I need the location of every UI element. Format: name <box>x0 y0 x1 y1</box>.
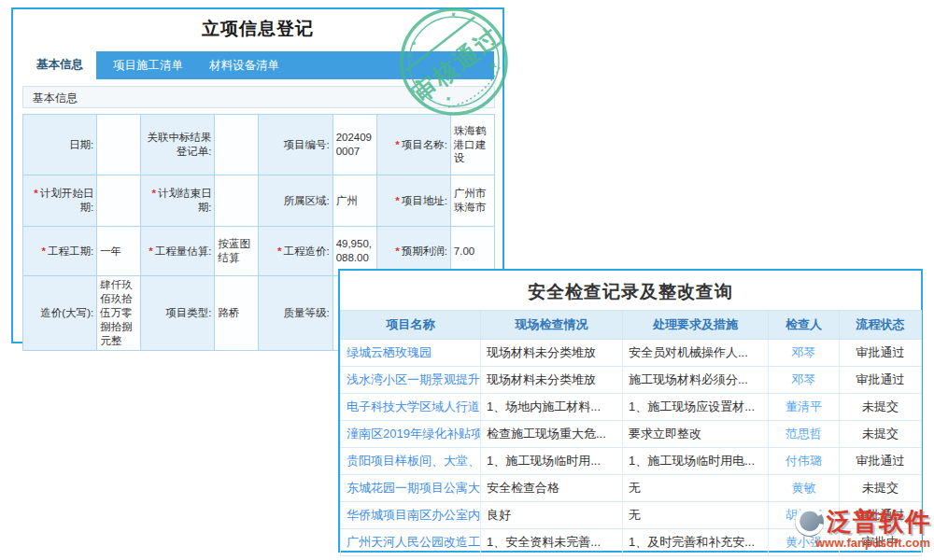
form-field-value[interactable] <box>97 175 141 227</box>
form-field-value[interactable]: 2024090007 <box>333 115 376 175</box>
site-inspection-cell: 良好 <box>481 502 623 529</box>
form-field-label: *项目名称: <box>376 115 450 175</box>
site-inspection-cell: 检查施工现场重大危... <box>481 421 623 448</box>
stamp-star-icon: ✦ <box>409 38 419 49</box>
required-asterisk: * <box>277 245 281 257</box>
form-field-value[interactable] <box>97 115 141 175</box>
table-row: 浅水湾小区一期景观提升现场材料未分类堆放施工现场材料必须分...邓琴审批通过 <box>341 367 922 394</box>
project-name-link[interactable]: 贵阳项目样板间、大堂、 <box>341 448 481 475</box>
form-field-label: 造价(大写): <box>23 276 97 351</box>
project-name-link[interactable]: 华侨城项目南区办公室内 <box>341 502 481 529</box>
site-inspection-cell: 现场材料未分类堆放 <box>481 340 623 367</box>
form-row: *计划开始日期:*计划结束日期:所属区域:广州*项目地址:广州市珠海市 <box>23 175 495 227</box>
required-asterisk: * <box>395 195 399 206</box>
inspector-cell: 黄敏 <box>769 475 840 502</box>
status-badge: 审批通过 <box>840 340 922 367</box>
required-asterisk: * <box>395 245 399 257</box>
project-name-link[interactable]: 浅水湾小区一期景观提升 <box>341 367 481 394</box>
form-field-value[interactable]: 肆仟玖佰玖拾伍万零捌拾捌元整 <box>97 276 141 351</box>
form-field-label: 项目编号: <box>259 115 333 175</box>
inspector-cell: 邓琴 <box>769 367 840 394</box>
table-row: 东城花园一期项目公寓大安全检查合格无黄敏未提交 <box>341 475 922 502</box>
table-row: 贵阳项目样板间、大堂、1、施工现场临时用...1、施工现场临时用电...付伟璐审… <box>341 448 922 475</box>
status-badge: 未提交 <box>840 394 922 421</box>
tab-1[interactable]: 基本信息 <box>23 49 96 79</box>
form-field-label: 所属区域: <box>259 175 333 227</box>
table-header-row: 项目名称现场检查情况处理要求及措施检查人流程状态 <box>341 311 922 340</box>
measures-cell: 要求立即整改 <box>623 421 769 448</box>
project-name-link[interactable]: 潼南区2019年绿化补贴项 <box>341 421 481 448</box>
form-row: 日期:关联中标结果登记单:项目编号:2024090007*项目名称:珠海鹤港口建… <box>23 115 495 175</box>
form-field-label: *计划开始日期: <box>23 175 97 227</box>
inspector-cell: 付伟璐 <box>769 448 840 475</box>
column-header: 处理要求及措施 <box>623 311 769 340</box>
project-name-link[interactable]: 绿城云栖玫瑰园 <box>341 340 481 367</box>
form-field-label: 项目类型: <box>141 276 215 351</box>
measures-cell: 1、施工现场应设置材... <box>623 394 769 421</box>
required-asterisk: * <box>395 139 399 150</box>
vendor-logo-text: 泛普软件 <box>827 505 931 539</box>
project-name-link[interactable]: 广州天河人民公园改造工 <box>341 529 481 556</box>
measures-cell: 1、施工现场临时用电... <box>623 448 769 475</box>
tab-2[interactable]: 项目施工清单 <box>100 51 196 79</box>
site-inspection-cell: 1、安全资料未完善... <box>481 529 623 556</box>
column-header: 检查人 <box>769 311 840 340</box>
form-field-value[interactable]: 路桥 <box>215 276 259 351</box>
form-field-label: *计划结束日期: <box>141 175 215 227</box>
status-badge: 未提交 <box>840 421 922 448</box>
site-inspection-cell: 1、场地内施工材料... <box>481 394 623 421</box>
form-field-value[interactable] <box>215 115 259 175</box>
form-field-label: 关联中标结果登记单: <box>141 115 215 175</box>
required-asterisk: * <box>34 188 37 199</box>
table-row: 绿城云栖玫瑰园现场材料未分类堆放安全员对机械操作人...邓琴审批通过 <box>341 340 922 367</box>
form-field-label: 质量等级: <box>259 276 333 351</box>
project-name-link[interactable]: 东城花园一期项目公寓大 <box>341 475 481 502</box>
table-row: 潼南区2019年绿化补贴项检查施工现场重大危...要求立即整改范思哲未提交 <box>341 421 922 448</box>
status-badge: 审批通过 <box>840 448 922 475</box>
form-field-label: *项目地址: <box>376 175 450 227</box>
status-badge: 未提交 <box>840 475 922 502</box>
form-field-value[interactable] <box>215 175 259 227</box>
measures-cell: 施工现场材料必须分... <box>623 367 769 394</box>
measures-cell: 安全员对机械操作人... <box>623 340 769 367</box>
form-field-label: *工程造价: <box>259 227 333 276</box>
vendor-logo-url: www.fanpusoft.com <box>794 536 930 550</box>
approval-stamp: 审核通过 ★ ✦ ✦ ✦ ★ <box>397 5 511 119</box>
safety-panel-title: 安全检查记录及整改查询 <box>340 271 921 310</box>
measures-cell: 1、及时完善和补充安... <box>623 529 769 556</box>
inspector-cell: 邓琴 <box>769 340 840 367</box>
required-asterisk: * <box>149 245 152 257</box>
measures-cell: 无 <box>623 475 769 502</box>
form-field-label: *工程工期: <box>23 227 97 276</box>
site-inspection-cell: 1、施工现场临时用... <box>481 448 623 475</box>
measures-cell: 无 <box>623 502 769 529</box>
site-inspection-cell: 现场材料未分类堆放 <box>481 367 623 394</box>
form-field-value[interactable]: 按蓝图结算 <box>215 227 259 276</box>
column-header: 现场检查情况 <box>481 311 623 340</box>
form-field-label: 日期: <box>23 115 97 175</box>
column-header: 流程状态 <box>840 311 922 340</box>
required-asterisk: * <box>151 188 155 199</box>
form-field-value[interactable]: 广州 <box>333 175 376 227</box>
stamp-star-icon: ✦ <box>443 93 454 105</box>
site-inspection-cell: 安全检查合格 <box>481 475 623 502</box>
form-field-label: *工程量估算: <box>141 227 215 276</box>
vendor-logo: 泛普软件 www.fanpusoft.com <box>794 505 930 550</box>
form-field-value[interactable]: 广州市珠海市 <box>450 175 494 227</box>
required-asterisk: * <box>41 245 45 257</box>
inspector-cell: 董清平 <box>769 394 840 421</box>
inspector-cell: 范思哲 <box>769 421 840 448</box>
fanpu-logo-icon <box>794 507 825 538</box>
table-row: 电子科技大学区域人行道1、场地内施工材料...1、施工现场应设置材...董清平未… <box>341 394 922 421</box>
column-header: 项目名称 <box>341 311 481 340</box>
tab-3[interactable]: 材料设备清单 <box>196 51 292 79</box>
approval-stamp-seal-icon: 审核通过 ★ ✦ ✦ ✦ ★ <box>397 5 511 119</box>
status-badge: 审批通过 <box>840 367 922 394</box>
form-field-value[interactable]: 一年 <box>97 227 141 276</box>
project-name-link[interactable]: 电子科技大学区域人行道 <box>341 394 481 421</box>
form-field-value[interactable]: 珠海鹤港口建设 <box>450 115 494 175</box>
